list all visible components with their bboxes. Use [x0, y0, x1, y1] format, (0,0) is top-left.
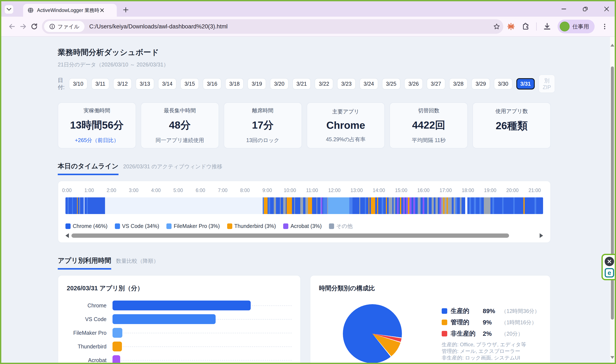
profile-button[interactable]: 仕事用	[558, 20, 595, 33]
pie-chart-title: 時間分類別の構成比	[319, 284, 542, 293]
site-info-chip[interactable]: ファイル	[44, 21, 84, 32]
timeline-scroll-track[interactable]	[71, 234, 537, 238]
timeline-tick: 17:00	[439, 188, 452, 193]
bookmark-star-icon[interactable]	[493, 23, 500, 30]
timeline-segment	[418, 197, 420, 214]
timeline-segment	[276, 197, 280, 214]
date-button-3-13[interactable]: 3/13	[136, 78, 154, 90]
date-button-3-22[interactable]: 3/22	[315, 78, 333, 90]
timeline-legend-item: Chrome (46%)	[66, 223, 108, 229]
timeline-segment	[504, 197, 513, 214]
date-button-3-12[interactable]: 3/12	[113, 78, 132, 90]
pie-legend-label: 非生産的	[451, 329, 483, 338]
scroll-up-arrow-icon[interactable]	[610, 44, 614, 47]
timeline-tick: 2:00	[107, 188, 116, 193]
date-button-3-11[interactable]: 3/11	[91, 78, 110, 90]
close-window-button[interactable]	[603, 6, 610, 12]
menu-kebab-icon[interactable]	[601, 23, 608, 30]
timeline-segment	[406, 197, 408, 214]
pie-note-line: 非生産的: ロック画面, システムUI	[442, 354, 542, 361]
globe-favicon-icon	[27, 7, 34, 13]
eset-close-button[interactable]	[605, 257, 614, 266]
timeline-segment	[387, 197, 389, 214]
timeline-segment	[423, 197, 424, 214]
timeline-tick: 16:00	[417, 188, 430, 193]
stat-sub: 平均間隔 11秒	[412, 137, 446, 144]
timeline-scroll-right-arrow[interactable]	[540, 233, 543, 238]
date-button-3-18[interactable]: 3/18	[225, 78, 244, 90]
bar-chart-rows: ChromeVS CodeFileMaker ProThunderbirdAcr…	[67, 299, 292, 363]
timeline-segment	[421, 197, 423, 214]
stat-card-5: 使用アプリ数26種類	[472, 102, 551, 148]
eset-overlay-flyout[interactable]: e	[602, 254, 616, 280]
date-button-3-19[interactable]: 3/19	[247, 78, 266, 90]
browser-tab[interactable]: ActiveWindowLogger 業務時間	[23, 4, 117, 17]
date-button-3-31[interactable]: 3/31	[516, 78, 535, 90]
date-button-3-16[interactable]: 3/16	[203, 78, 221, 90]
timeline-segment	[462, 197, 465, 214]
timeline-scrollbar[interactable]	[66, 233, 543, 238]
reload-icon	[31, 23, 38, 30]
timeline-tick: 0:00	[62, 188, 72, 193]
timeline-tick: 15:00	[395, 188, 408, 193]
stat-sub: +265分（前日比）	[75, 137, 119, 144]
timeline-tick: 8:00	[240, 188, 250, 193]
back-button[interactable]	[6, 21, 17, 32]
reload-button[interactable]	[29, 21, 40, 32]
downloads-icon[interactable]	[543, 22, 551, 31]
date-button-3-23[interactable]: 3/23	[337, 78, 356, 90]
extensions-puzzle-icon[interactable]	[522, 22, 530, 31]
url-text[interactable]: C:/Users/keiya/Downloads/awl-dashboard%2…	[89, 23, 493, 30]
browser-scrollbar[interactable]	[610, 37, 615, 363]
date-button-3-28[interactable]: 3/28	[449, 78, 468, 90]
timeline-segment	[66, 197, 68, 214]
timeline-segment	[69, 197, 72, 214]
tab-search-button[interactable]	[5, 5, 13, 14]
address-bar[interactable]: ファイル C:/Users/keiya/Downloads/awl-dashbo…	[42, 19, 503, 34]
timeline-band[interactable]	[66, 197, 543, 214]
date-button-3-26[interactable]: 3/26	[404, 78, 423, 90]
date-button-3-30[interactable]: 3/30	[494, 78, 512, 90]
timeline-tick: 4:00	[151, 188, 161, 193]
legend-swatch	[283, 223, 288, 229]
page-subtitle: 21日分のデータ（2026/03/10 ～ 2026/03/31）	[58, 61, 551, 68]
stat-card-2: 離席時間17分13回のロック	[224, 102, 302, 148]
timeline-segment	[317, 197, 321, 214]
date-button-3-21[interactable]: 3/21	[292, 78, 311, 90]
timeline-scroll-thumb[interactable]	[71, 234, 509, 238]
pie-legend-row: 生産的89%（12時間36分）	[442, 307, 542, 315]
stat-label: 最長集中時間	[164, 107, 196, 114]
timeline-segment	[305, 197, 308, 214]
back-arrow-icon	[8, 23, 16, 30]
date-button-3-25[interactable]: 3/25	[382, 78, 401, 90]
restore-button[interactable]	[582, 6, 588, 12]
date-button-zip[interactable]: 別ZIP	[539, 75, 555, 93]
legend-swatch	[442, 320, 447, 325]
timeline-segment	[349, 197, 353, 214]
date-button-3-27[interactable]: 3/27	[427, 78, 445, 90]
timeline-scroll-left-arrow[interactable]	[66, 233, 69, 238]
stat-card-0: 実稼働時間13時間56分+265分（前日比）	[58, 102, 136, 148]
date-button-3-20[interactable]: 3/20	[270, 78, 288, 90]
extension-starburst-icon[interactable]	[507, 22, 515, 31]
legend-label: Chrome (46%)	[73, 223, 108, 229]
date-button-3-14[interactable]: 3/14	[158, 78, 177, 90]
legend-swatch	[442, 331, 447, 337]
date-button-3-29[interactable]: 3/29	[471, 78, 490, 90]
tab-close-icon[interactable]	[99, 8, 105, 13]
timeline-segment	[413, 197, 415, 214]
timeline-tick: 7:00	[218, 188, 228, 193]
bar	[112, 300, 251, 310]
minimize-button[interactable]	[561, 6, 567, 12]
timeline-segment	[328, 197, 349, 214]
date-button-3-10[interactable]: 3/10	[69, 78, 87, 90]
date-button-3-15[interactable]: 3/15	[180, 78, 199, 90]
new-tab-button[interactable]	[122, 6, 130, 14]
date-button-3-24[interactable]: 3/24	[359, 78, 378, 90]
scrollbar-thumb[interactable]	[611, 66, 614, 320]
timeline-segment	[476, 197, 479, 214]
bar-plot	[112, 314, 292, 324]
eset-logo-icon[interactable]: e	[605, 268, 614, 277]
forward-button[interactable]	[17, 21, 29, 32]
scroll-down-arrow-icon[interactable]	[610, 356, 614, 359]
